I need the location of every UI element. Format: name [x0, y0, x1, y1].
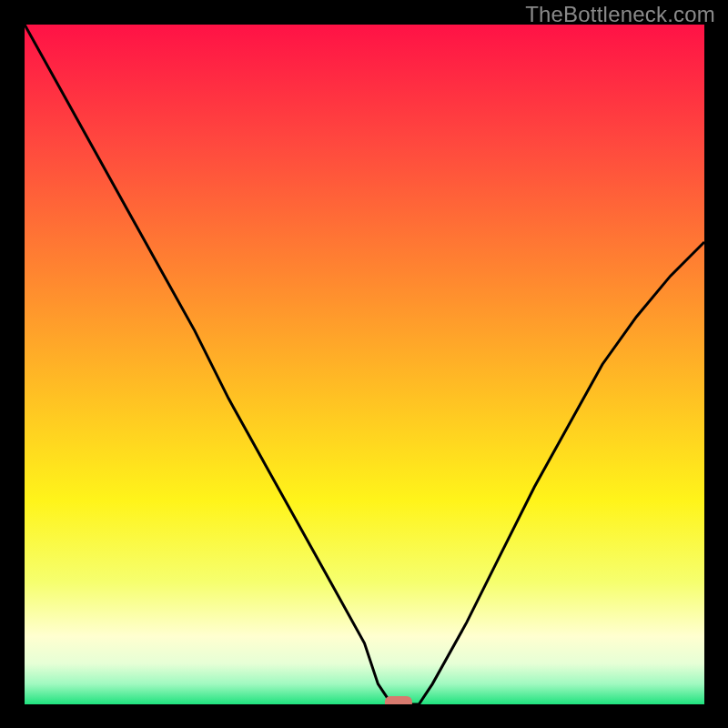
plot-area	[25, 25, 704, 704]
bottleneck-curve-chart	[25, 25, 704, 704]
optimal-point-marker	[385, 696, 412, 704]
watermark-text: TheBottleneck.com	[525, 2, 715, 27]
chart-frame: TheBottleneck.com	[0, 0, 728, 728]
